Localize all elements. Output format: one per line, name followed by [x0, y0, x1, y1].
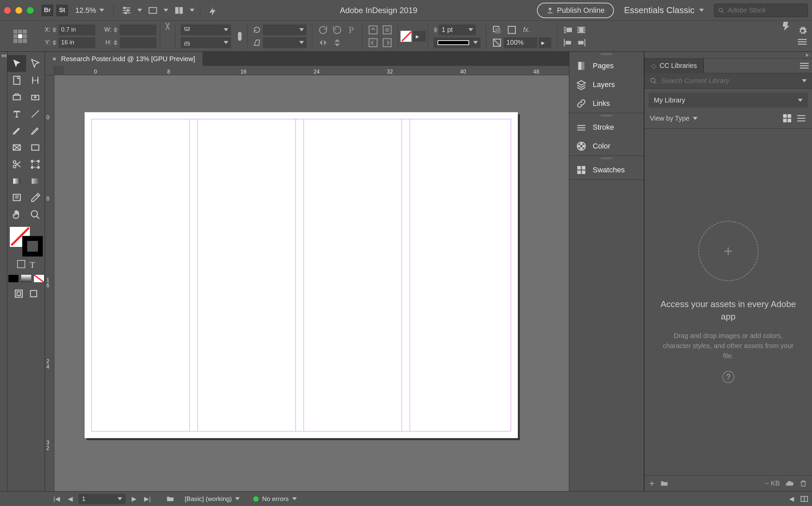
- apply-gradient-icon[interactable]: [21, 275, 31, 282]
- fill-swatch[interactable]: [400, 31, 412, 42]
- vertical-ruler[interactable]: 0 8 16 24 32: [45, 75, 54, 491]
- links-panel-button[interactable]: Links: [569, 94, 644, 113]
- gap-tool[interactable]: [26, 72, 45, 89]
- folder-icon[interactable]: [660, 479, 669, 488]
- open-file-icon[interactable]: [166, 495, 175, 503]
- page-number-field[interactable]: 1: [79, 494, 126, 504]
- document-tab[interactable]: ×Research Poster.indd @ 13% [GPU Preview…: [45, 52, 202, 66]
- column-guide[interactable]: [402, 119, 402, 431]
- w-stepper[interactable]: [114, 27, 118, 33]
- zoom-tool[interactable]: [26, 206, 45, 223]
- h-stepper[interactable]: [114, 40, 118, 45]
- chevron-down-icon[interactable]: [802, 79, 807, 82]
- content-placer-tool[interactable]: [26, 89, 45, 106]
- add-content-icon[interactable]: +: [649, 478, 655, 489]
- chevron-down-icon[interactable]: [164, 9, 168, 12]
- document-page[interactable]: [85, 112, 518, 438]
- help-icon[interactable]: ?: [722, 371, 734, 383]
- page-tool[interactable]: [7, 72, 26, 89]
- trash-icon[interactable]: [799, 479, 807, 488]
- chevron-down-icon[interactable]: [235, 497, 240, 500]
- gpu-performance-icon[interactable]: [206, 3, 220, 18]
- close-window-icon[interactable]: [4, 7, 11, 14]
- apply-color-icon[interactable]: [8, 275, 18, 282]
- preflight-status[interactable]: No errors: [262, 495, 288, 503]
- eyedropper-tool[interactable]: [26, 189, 45, 206]
- layers-panel-button[interactable]: Layers: [569, 75, 644, 94]
- h-field[interactable]: [120, 37, 156, 48]
- rotate-cw-icon[interactable]: [318, 25, 328, 35]
- shear-field[interactable]: [263, 37, 307, 48]
- cloud-icon[interactable]: [785, 479, 794, 488]
- rectangle-tool[interactable]: [26, 139, 45, 156]
- line-tool[interactable]: [26, 106, 45, 122]
- chevron-down-icon[interactable]: [292, 497, 297, 500]
- close-tab-icon[interactable]: ×: [52, 55, 56, 63]
- text-wrap-none-icon[interactable]: [562, 25, 573, 35]
- format-text-icon[interactable]: T: [30, 260, 35, 270]
- select-content-icon[interactable]: [382, 25, 393, 35]
- para-style-select[interactable]: [181, 37, 231, 48]
- horizontal-ruler[interactable]: 0 8 16 24 32 40 48: [64, 66, 569, 75]
- library-select[interactable]: My Library: [648, 93, 808, 108]
- note-tool[interactable]: [7, 189, 26, 206]
- minimize-window-icon[interactable]: [15, 7, 22, 14]
- rotate-ccw-icon[interactable]: [332, 25, 343, 35]
- free-transform-tool[interactable]: [26, 156, 45, 173]
- drop-shadow-icon[interactable]: [492, 25, 502, 35]
- pasteboard[interactable]: [54, 75, 569, 491]
- type-tool[interactable]: [7, 106, 26, 122]
- gradient-swatch-tool[interactable]: [7, 173, 26, 189]
- first-page-icon[interactable]: |◀: [52, 494, 62, 504]
- fill-stroke-swatch[interactable]: [9, 226, 43, 257]
- library-search[interactable]: [644, 73, 812, 89]
- stroke-weight-stepper[interactable]: [434, 27, 438, 33]
- align-right-icon[interactable]: [576, 37, 587, 48]
- opacity-menu[interactable]: ▸: [539, 37, 551, 48]
- fill-menu[interactable]: ▸: [413, 31, 426, 42]
- gradient-feather-tool[interactable]: [26, 173, 45, 189]
- pencil-tool[interactable]: [26, 122, 45, 139]
- w-field[interactable]: [120, 25, 156, 35]
- last-page-icon[interactable]: ▶|: [142, 494, 152, 504]
- stock-search-input[interactable]: [728, 6, 804, 14]
- text-wrap-bbox-icon[interactable]: [576, 25, 587, 35]
- view-by-label[interactable]: View by Type: [650, 115, 689, 122]
- direct-selection-tool[interactable]: [26, 55, 45, 72]
- zoom-level-select[interactable]: 12.5%: [75, 6, 104, 15]
- publish-online-button[interactable]: Publish Online: [537, 3, 614, 18]
- rectangle-frame-tool[interactable]: [7, 139, 26, 156]
- control-menu-icon[interactable]: [798, 38, 807, 46]
- content-collector-tool[interactable]: [7, 89, 26, 106]
- prev-page-icon[interactable]: ◀: [65, 494, 75, 504]
- stroke-weight-field[interactable]: 1 pt: [439, 25, 476, 35]
- flip-h-icon[interactable]: [318, 37, 328, 48]
- pages-panel-button[interactable]: Pages: [569, 56, 644, 75]
- column-guide[interactable]: [197, 119, 198, 431]
- column-guide[interactable]: [296, 119, 296, 431]
- hand-tool[interactable]: [7, 206, 26, 223]
- flip-v-icon[interactable]: [332, 37, 343, 48]
- arrange-button[interactable]: [172, 3, 186, 18]
- stroke-panel-button[interactable]: Stroke: [569, 118, 644, 137]
- next-page-icon[interactable]: ▶: [129, 494, 139, 504]
- pen-tool[interactable]: [7, 122, 26, 139]
- select-next-icon[interactable]: [382, 37, 393, 48]
- select-container-icon[interactable]: [368, 25, 378, 35]
- chevron-down-icon[interactable]: [137, 9, 142, 12]
- swatches-panel-button[interactable]: Swatches: [569, 161, 644, 179]
- stroke-style-select[interactable]: [434, 37, 481, 48]
- gear-icon[interactable]: [798, 26, 807, 36]
- y-field[interactable]: 16 in: [58, 37, 95, 48]
- effects-icon[interactable]: [506, 25, 517, 35]
- color-panel-button[interactable]: Color: [569, 137, 644, 156]
- x-field[interactable]: 0.7 in: [58, 25, 95, 35]
- align-left-icon[interactable]: [562, 37, 573, 48]
- scroll-left-icon[interactable]: ◀: [786, 494, 797, 504]
- stock-button[interactable]: St: [56, 5, 68, 16]
- fx-icon[interactable]: fx.: [521, 25, 532, 35]
- format-container-icon[interactable]: [17, 260, 25, 268]
- library-search-input[interactable]: [661, 77, 798, 85]
- selection-tool[interactable]: [7, 55, 26, 72]
- normal-view-icon[interactable]: [13, 288, 24, 299]
